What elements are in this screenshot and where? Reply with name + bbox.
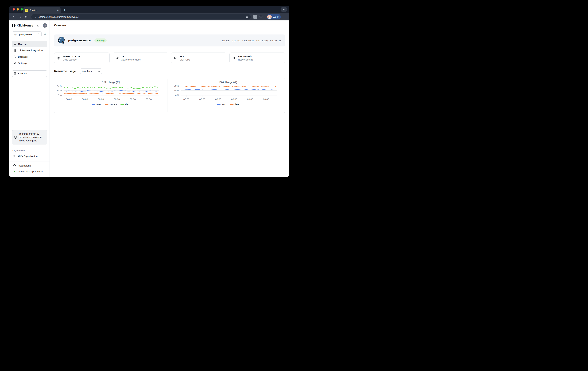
cpu-usage-chart-card: CPU Usage (%) 0 %35 %70 %00:0000:0000:00… [54,78,168,113]
svg-text:00:00: 00:00 [199,98,205,100]
svg-text:00:00: 00:00 [146,98,152,100]
time-range-selector[interactable]: Last hour [80,69,102,74]
notifications-button[interactable] [37,24,40,27]
brand-name: ClickHouse [17,24,35,27]
shield-extension-button[interactable] [253,15,257,19]
tab-search-chevron-button[interactable] [281,7,287,12]
main-area: Overview postgres-service Running 118 GB… [50,20,289,177]
site-info-icon[interactable] [33,15,36,18]
sidebar-item-overview[interactable]: Overview [12,41,47,47]
service-meta: 118 GB · 2 vCPU · 8 GB RAM · No standby … [222,39,281,42]
address-bar[interactable]: localhost:8910/postgres/pgkybgnv0s5ii [31,14,251,20]
svg-text:00:00: 00:00 [98,98,104,100]
monitor-chart-icon [13,43,16,46]
screen: { "browser": { "tab_title": "Services", … [0,0,294,185]
service-selector[interactable]: aws postgres-ser... [12,31,42,37]
stat-card-used-storage: 55 GB / 118 GB Used storage [54,52,110,63]
svg-text:00:00: 00:00 [130,98,136,100]
svg-text:70 %: 70 % [57,85,62,87]
status-badge: Running [94,39,106,42]
sidebar-nav: Overview ClickHouse integration Backups … [12,41,47,66]
extensions-button[interactable] [259,15,263,19]
svg-text:00:00: 00:00 [231,98,237,100]
minimize-window-button[interactable] [17,8,19,10]
shield-icon [254,16,257,18]
organization-row[interactable]: AM's Organization › [12,153,47,159]
sidebar-divider [9,161,50,162]
organization-section-label: Organization [12,149,47,152]
resource-usage-row: Resource usage Last hour [54,69,285,74]
bookmark-star-icon[interactable] [246,15,249,18]
service-selector-row: aws postgres-ser... + [12,31,47,37]
aws-logo-icon: aws [14,33,18,36]
svg-text:system: system [109,103,117,106]
reload-button[interactable] [24,14,29,19]
back-button[interactable] [11,14,17,19]
svg-text:35 %: 35 % [57,89,62,92]
forward-button[interactable] [18,14,23,19]
svg-text:00:00: 00:00 [263,98,269,100]
svg-text:00:00: 00:00 [82,98,88,100]
chevron-down-icon [283,9,285,11]
resource-usage-title: Resource usage [54,70,76,73]
connect-button[interactable]: Connect [12,70,47,77]
clickhouse-favicon-icon [25,9,28,12]
main-body: postgres-service Running 118 GB · 2 vCPU… [50,30,289,117]
tab-title: Services [29,9,56,11]
gauge-icon [174,56,177,60]
svg-text:user: user [96,103,101,106]
sidebar-item-label: ClickHouse integration [18,49,43,52]
maximize-window-button[interactable] [21,8,23,10]
profile-button[interactable]: Work [267,14,281,20]
sidebar-item-label: Overview [18,43,28,46]
add-service-button[interactable]: + [44,32,47,36]
sidebar-item-backups[interactable]: Backups [12,54,47,60]
charts-row: CPU Usage (%) 0 %35 %70 %00:0000:0000:00… [54,78,285,113]
integrations-label: Integrations [18,164,31,167]
sidebar-spacer [12,77,47,130]
svg-text:00:00: 00:00 [247,98,253,100]
stat-value: 23 [121,55,141,58]
integrations-row[interactable]: Integrations [12,163,47,169]
window-controls [13,8,23,10]
stat-label: Active connections [121,59,141,61]
trial-notice-card: Your trial ends in 30 days — enter payme… [12,130,47,144]
chevron-right-icon: › [45,155,46,158]
user-avatar[interactable]: AM [43,23,47,28]
plug-icon [116,56,119,60]
browser-window: Services × + localhost:8910/postgres/pgk… [9,6,289,177]
svg-text:00:00: 00:00 [215,98,221,100]
trial-notice-text: Your trial ends in 30 days — enter payme… [19,132,44,142]
browser-tab-services[interactable]: Services × [23,7,61,13]
close-window-button[interactable] [13,8,15,10]
reload-icon [25,15,28,18]
new-tab-button[interactable]: + [63,8,66,12]
svg-text:0 %: 0 % [175,94,179,97]
cpu-usage-chart: 0 %35 %70 %00:0000:0000:0000:0000:0000:0… [54,78,167,113]
sidebar-item-settings[interactable]: Settings [12,60,47,66]
svg-text:idle: idle [125,103,128,106]
browser-menu-button[interactable]: ⋮ [283,15,287,19]
svg-text:root: root [222,103,226,106]
stats-row: 55 GB / 118 GB Used storage 23 Active co… [54,52,285,63]
tab-close-icon[interactable]: × [57,9,59,11]
building-icon [13,155,16,158]
svg-text:00:00: 00:00 [66,98,72,100]
stat-card-disk-iops: 188 Disk IOPS [171,52,227,63]
organization-name: AM's Organization [17,155,44,158]
tab-strip: Services × + [9,6,289,13]
stat-label: Used storage [63,59,80,61]
svg-text:00:00: 00:00 [114,98,120,100]
status-text: All systems operational [18,170,43,173]
stat-value: 188 [180,55,190,58]
sidebar-item-clickhouse-integration[interactable]: ClickHouse integration [12,47,47,53]
database-icon [57,56,60,60]
app-content: ClickHouse AM aws postgres-ser... + [9,20,289,177]
url-text[interactable]: localhost:8910/postgres/pgkybgnv0s5ii [38,15,244,18]
stat-card-active-connections: 23 Active connections [113,52,168,63]
system-status-row[interactable]: All systems operational [12,169,47,174]
disk-usage-chart-card: Disk Usage (%) 0 %35 %70 %00:0000:0000:0… [172,78,285,113]
clickhouse-bars-icon [13,49,16,52]
profile-avatar [267,15,272,19]
clock-icon [14,136,17,139]
